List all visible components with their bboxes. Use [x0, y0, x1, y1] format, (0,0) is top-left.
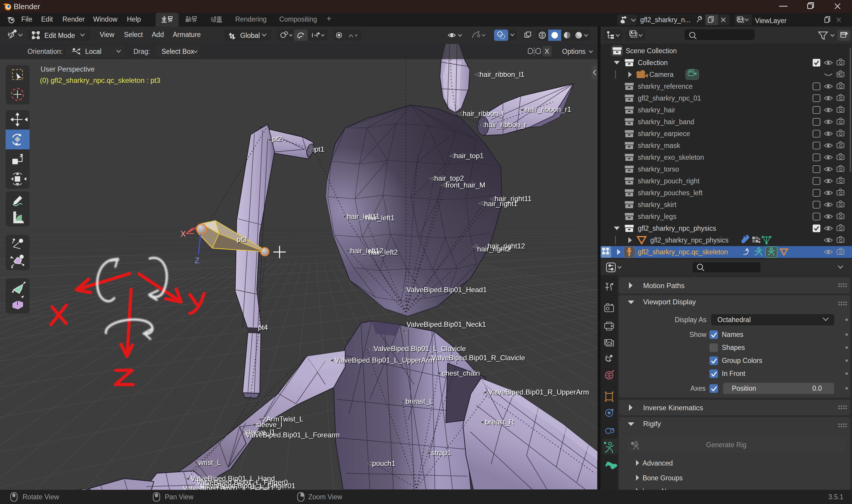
svg-text:hair_top1: hair_top1 [454, 152, 484, 160]
svg-text:pt1: pt1 [314, 145, 324, 153]
svg-text:ValveBiped.Bip01_L_UpperArm: ValveBiped.Bip01_L_UpperArm [334, 356, 434, 364]
svg-text:Z: Z [195, 256, 200, 265]
svg-text:hair_ribbon_l1: hair_ribbon_l1 [479, 70, 525, 78]
svg-text:breast_R: breast_R [485, 418, 514, 426]
svg-text:User Perspective: User Perspective [40, 65, 95, 73]
svg-text:pt4: pt4 [258, 323, 268, 331]
svg-text:hair_ribbon_r1: hair_ribbon_r1 [525, 105, 571, 113]
svg-text:hair_left2: hair_left2 [368, 248, 398, 256]
svg-text:sleeve_l: sleeve_l [256, 420, 282, 429]
svg-text:ValveBiped.Bip01_L_Forearm: ValveBiped.Bip01_L_Forearm [246, 431, 340, 439]
svg-text:hair_right1: hair_right1 [484, 200, 518, 208]
svg-text:front_hair_M: front_hair_M [446, 181, 486, 189]
svg-text:chest_chain: chest_chain [442, 369, 480, 377]
svg-text:wrist_L: wrist_L [198, 458, 221, 466]
svg-text:(0) gfl2_sharkry_npc.qc_skelet: (0) gfl2_sharkry_npc.qc_skeleton : pt3 [40, 76, 160, 84]
svg-text:hair_right2: hair_right2 [477, 245, 511, 253]
svg-text:pt2: pt2 [272, 134, 282, 143]
svg-text:pt3: pt3 [237, 235, 247, 244]
svg-text:ValveBiped.Bip01_R_Clavicle: ValveBiped.Bip01_R_Clavicle [432, 354, 525, 362]
svg-text:X: X [180, 230, 186, 238]
svg-text:breast_L: breast_L [405, 397, 433, 405]
svg-text:pouch1: pouch1 [372, 459, 396, 467]
svg-text:ValveBiped.Bip01_Neck1: ValveBiped.Bip01_Neck1 [406, 320, 486, 328]
svg-text:ValveBiped.Bip01_L_Clavicle: ValveBiped.Bip01_L_Clavicle [374, 345, 466, 353]
svg-text:ValveBiped.Bip01_L_Finger1: ValveBiped.Bip01_L_Finger1 [183, 485, 274, 490]
svg-text:ValveBiped.Bip01_Head1: ValveBiped.Bip01_Head1 [406, 286, 487, 294]
svg-text:strap1: strap1 [431, 449, 451, 457]
svg-text:hair_ribbon_r: hair_ribbon_r [485, 121, 526, 129]
svg-text:ValveBiped.Bip01_R_UpperArm: ValveBiped.Bip01_R_UpperArm [488, 388, 589, 396]
svg-text:hair_left1: hair_left1 [365, 214, 395, 222]
svg-text:hair_ribbon_l: hair_ribbon_l [463, 109, 504, 118]
